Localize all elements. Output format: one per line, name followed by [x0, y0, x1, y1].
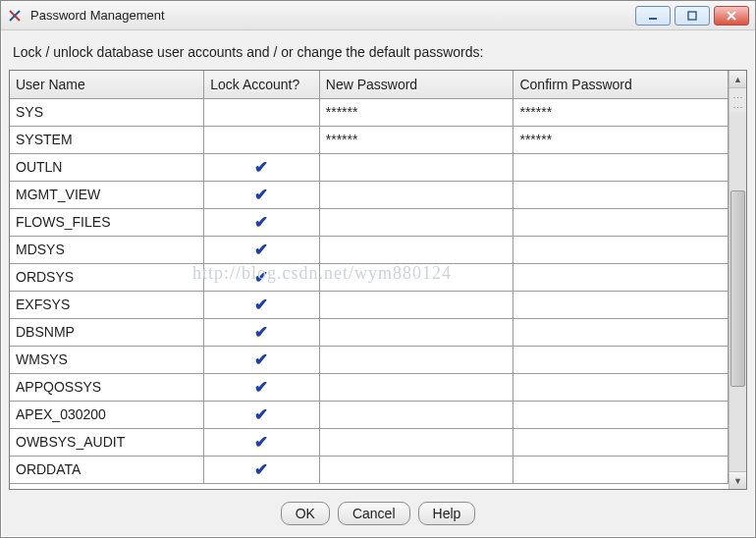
check-icon: ✔ — [254, 213, 268, 232]
dialog-button-bar: OK Cancel Help — [9, 490, 747, 537]
password-management-window: Password Management Lock / unlock databa… — [0, 0, 756, 538]
table-row[interactable]: EXFSYS✔ — [10, 291, 729, 318]
table-row[interactable]: ORDDATA✔ — [10, 456, 729, 483]
cell-confirm-password[interactable] — [513, 236, 729, 263]
cell-username[interactable]: MDSYS — [10, 236, 204, 263]
table-row[interactable]: WMSYS✔ — [10, 346, 729, 373]
cell-confirm-password[interactable] — [513, 208, 729, 236]
cell-new-password[interactable] — [319, 291, 513, 318]
cell-new-password[interactable] — [319, 263, 513, 291]
table-row[interactable]: OWBSYS_AUDIT✔ — [10, 428, 729, 456]
scroll-up-button[interactable]: ▲ — [729, 71, 746, 88]
cell-lock-account[interactable]: ✔ — [204, 456, 320, 483]
cell-lock-account[interactable]: ✔ — [204, 236, 320, 263]
cell-username[interactable]: APPQOSSYS — [10, 373, 204, 401]
check-icon: ✔ — [254, 350, 268, 369]
maximize-button[interactable] — [675, 6, 710, 26]
cell-username[interactable]: OWBSYS_AUDIT — [10, 428, 204, 456]
cell-lock-account[interactable]: ✔ — [204, 153, 320, 181]
cell-new-password[interactable]: ****** — [319, 126, 513, 153]
table-row[interactable]: FLOWS_FILES✔ — [10, 208, 729, 236]
scroll-thumb[interactable] — [730, 190, 745, 387]
col-header-user[interactable]: User Name — [10, 71, 204, 98]
cell-new-password[interactable] — [319, 346, 513, 373]
cell-lock-account[interactable]: ✔ — [204, 346, 320, 373]
close-button[interactable] — [714, 6, 749, 26]
cell-new-password[interactable] — [319, 153, 513, 181]
help-button[interactable]: Help — [418, 502, 476, 525]
cell-username[interactable]: APEX_030200 — [10, 401, 204, 428]
cell-new-password[interactable] — [319, 428, 513, 456]
cell-new-password[interactable] — [319, 181, 513, 208]
cell-lock-account[interactable] — [204, 98, 320, 126]
cell-new-password[interactable] — [319, 401, 513, 428]
cell-username[interactable]: MGMT_VIEW — [10, 181, 204, 208]
cell-confirm-password[interactable] — [513, 263, 729, 291]
col-header-confpw[interactable]: Confirm Password — [513, 71, 729, 98]
table-row[interactable]: MDSYS✔ — [10, 236, 729, 263]
cell-lock-account[interactable]: ✔ — [204, 318, 320, 346]
cell-confirm-password[interactable] — [513, 456, 729, 483]
cell-confirm-password[interactable] — [513, 291, 729, 318]
cell-new-password[interactable]: ****** — [319, 98, 513, 126]
instruction-text: Lock / unlock database user accounts and… — [9, 38, 747, 70]
table-row[interactable]: SYS************ — [10, 98, 729, 126]
check-icon: ✔ — [254, 378, 268, 397]
table-row[interactable]: DBSNMP✔ — [10, 318, 729, 346]
minimize-button[interactable] — [635, 6, 671, 26]
cell-confirm-password[interactable] — [513, 428, 729, 456]
cell-confirm-password[interactable]: ****** — [513, 98, 729, 126]
cell-username[interactable]: EXFSYS — [10, 291, 204, 318]
cell-username[interactable]: FLOWS_FILES — [10, 208, 204, 236]
cell-new-password[interactable] — [319, 456, 513, 483]
cancel-button[interactable]: Cancel — [338, 502, 410, 525]
window-title: Password Management — [28, 8, 629, 23]
cell-lock-account[interactable]: ✔ — [204, 373, 320, 401]
col-header-lock[interactable]: Lock Account? — [204, 71, 320, 98]
table-row[interactable]: MGMT_VIEW✔ — [10, 181, 729, 208]
cell-username[interactable]: WMSYS — [10, 346, 204, 373]
title-bar: Password Management — [1, 1, 755, 30]
table-row[interactable]: ORDSYS✔ — [10, 263, 729, 291]
table-row[interactable]: APPQOSSYS✔ — [10, 373, 729, 401]
cell-lock-account[interactable]: ✔ — [204, 263, 320, 291]
cell-confirm-password[interactable] — [513, 153, 729, 181]
cell-confirm-password[interactable]: ****** — [513, 126, 729, 153]
cell-username[interactable]: SYS — [10, 98, 204, 126]
cell-username[interactable]: ORDDATA — [10, 456, 204, 483]
scroll-down-button[interactable]: ▼ — [729, 471, 746, 489]
cell-lock-account[interactable]: ✔ — [204, 181, 320, 208]
check-icon: ✔ — [254, 158, 268, 177]
cell-confirm-password[interactable] — [513, 181, 729, 208]
cell-lock-account[interactable]: ✔ — [204, 291, 320, 318]
check-icon: ✔ — [254, 268, 268, 287]
table-row[interactable]: OUTLN✔ — [10, 153, 729, 181]
cell-new-password[interactable] — [319, 208, 513, 236]
table-row[interactable]: APEX_030200✔ — [10, 401, 729, 428]
table-header-row: User Name Lock Account? New Password Con… — [10, 71, 729, 98]
cell-username[interactable]: OUTLN — [10, 153, 204, 181]
dialog-body: Lock / unlock database user accounts and… — [1, 30, 755, 537]
col-header-newpw[interactable]: New Password — [319, 71, 513, 98]
cell-lock-account[interactable]: ✔ — [204, 428, 320, 456]
cell-lock-account[interactable]: ✔ — [204, 401, 320, 428]
cell-lock-account[interactable] — [204, 126, 320, 153]
cell-username[interactable]: DBSNMP — [10, 318, 204, 346]
cell-new-password[interactable] — [319, 236, 513, 263]
cell-confirm-password[interactable] — [513, 373, 729, 401]
scroll-track[interactable] — [729, 112, 746, 471]
scroll-grip-icon: ······ — [729, 88, 747, 112]
cell-confirm-password[interactable] — [513, 318, 729, 346]
cell-confirm-password[interactable] — [513, 346, 729, 373]
cell-lock-account[interactable]: ✔ — [204, 208, 320, 236]
cell-username[interactable]: ORDSYS — [10, 263, 204, 291]
vertical-scrollbar[interactable]: ▲ ······ ▼ — [729, 71, 746, 489]
cell-username[interactable]: SYSTEM — [10, 126, 204, 153]
table-row[interactable]: SYSTEM************ — [10, 126, 729, 153]
ok-button[interactable]: OK — [281, 502, 330, 525]
window-controls — [635, 6, 749, 26]
cell-new-password[interactable] — [319, 318, 513, 346]
cell-new-password[interactable] — [319, 373, 513, 401]
cell-confirm-password[interactable] — [513, 401, 729, 428]
accounts-grid[interactable]: User Name Lock Account? New Password Con… — [10, 71, 729, 489]
